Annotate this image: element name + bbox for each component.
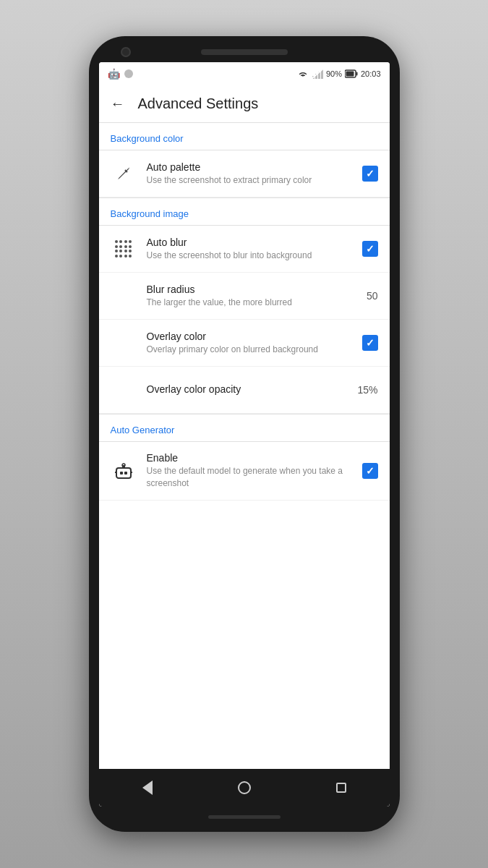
overlay-color-text: Overlay color Overlay primary color on b… [147,331,355,356]
blur-radius-text: Blur radius The larger the value, the mo… [147,284,359,309]
overlay-opacity-text: Overlay color opacity [147,383,351,396]
nav-recents-icon [336,783,346,793]
svg-rect-7 [346,72,354,77]
overlay-color-spacer [111,330,137,356]
auto-blur-text: Auto blur Use the screenshot to blur int… [147,237,355,262]
phone-bottom-bar [208,815,281,819]
phone-frame: 🤖 90% [89,36,400,832]
enable-check[interactable] [362,463,378,479]
auto-blur-desc: Use the screenshot to blur into backgrou… [147,250,355,262]
section-header-auto-generator: Auto Generator [99,414,390,441]
status-bar: 🤖 90% [99,62,390,85]
svg-rect-6 [356,72,357,76]
grid-dots-icon [115,240,132,258]
back-button[interactable]: ← [111,95,125,112]
blur-radius-value: 50 [367,289,378,302]
setting-overlay-opacity[interactable]: Overlay color opacity 15% [99,367,390,414]
setting-enable[interactable]: Enable Use the default model to generate… [99,442,390,501]
navigation-bar [99,769,390,807]
battery-icon [345,69,358,78]
page-title: Advanced Settings [138,95,259,112]
auto-palette-check[interactable] [362,166,378,182]
auto-palette-text: Auto palette Use the screenshot to extra… [147,161,355,187]
overlay-opacity-title: Overlay color opacity [147,383,351,395]
overlay-color-check[interactable] [362,335,378,351]
overlay-color-desc: Overlay primary color on blurred backgro… [147,344,355,356]
phone-top-bar [99,49,390,55]
auto-blur-title: Auto blur [147,237,355,248]
top-app-bar: ← Advanced Settings [99,85,390,123]
setting-auto-palette[interactable]: Auto palette Use the screenshot to extra… [99,150,390,197]
status-right: 90% 20:03 [297,69,381,79]
svg-rect-8 [116,468,131,478]
overlay-opacity-value: 15% [357,383,377,396]
phone-screen: 🤖 90% [99,62,390,807]
wifi-icon [297,69,309,78]
nav-back-icon [142,780,153,795]
overlay-color-checkbox[interactable] [362,335,378,351]
enable-desc: Use the default model to generate when y… [147,465,355,490]
auto-palette-checkbox[interactable] [362,166,378,182]
blur-radius-number: 50 [367,290,378,302]
nav-back-button[interactable] [133,773,162,802]
overlay-color-title: Overlay color [147,331,355,342]
robot-icon-enable [111,458,137,484]
time-display: 20:03 [361,69,381,78]
dot-status-icon [124,69,133,78]
robot-status-icon: 🤖 [108,68,120,80]
speaker [201,49,288,55]
overlay-opacity-spacer [111,377,137,403]
blur-radius-desc: The larger the value, the more blurred [147,297,359,309]
setting-blur-radius[interactable]: Blur radius The larger the value, the mo… [99,273,390,320]
setting-auto-blur[interactable]: Auto blur Use the screenshot to blur int… [99,226,390,273]
section-header-background-image: Background image [99,198,390,225]
svg-rect-10 [124,472,127,475]
auto-blur-check[interactable] [362,241,378,257]
camera [121,47,131,57]
blur-radius-spacer [111,283,137,309]
setting-overlay-color[interactable]: Overlay color Overlay primary color on b… [99,320,390,367]
svg-rect-9 [120,472,123,475]
enable-title: Enable [147,452,355,464]
overlay-opacity-number: 15% [357,384,377,396]
nav-home-icon [238,781,251,794]
settings-scroll[interactable]: Background color Auto palette Use the sc… [99,123,390,769]
eyedropper-icon [111,161,137,187]
section-header-background-color: Background color [99,123,390,150]
auto-palette-desc: Use the screenshot to extract primary co… [147,174,355,187]
auto-blur-checkbox[interactable] [362,241,378,257]
nav-home-button[interactable] [230,773,259,802]
battery-percent: 90% [326,69,342,78]
status-left: 🤖 [108,68,133,80]
signal-icon [312,69,323,79]
enable-text: Enable Use the default model to generate… [147,452,355,490]
blur-icon [111,236,137,262]
nav-recents-button[interactable] [327,773,356,802]
enable-checkbox[interactable] [362,463,378,479]
auto-palette-title: Auto palette [147,161,355,173]
blur-radius-title: Blur radius [147,284,359,295]
